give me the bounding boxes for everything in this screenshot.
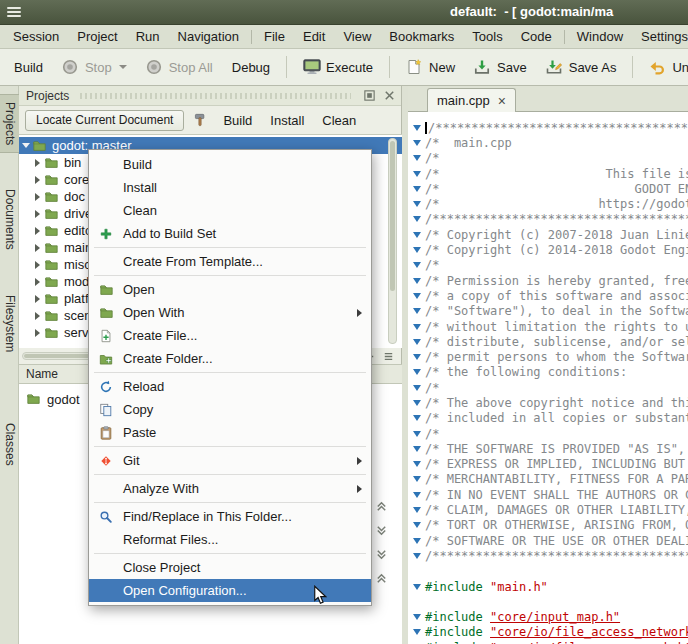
expander-icon[interactable] [31,210,44,218]
stop-all-button[interactable]: Stop All [140,55,219,79]
expander-icon[interactable] [31,159,44,167]
scrollbar-handle[interactable] [390,141,395,291]
build-button[interactable]: Build [8,56,49,79]
fold-marker-icon[interactable] [408,446,425,452]
sidebar-tab-classes[interactable]: Classes [0,416,19,473]
menu-item-copy[interactable]: Copy [89,398,371,421]
menu-item-build[interactable]: Build [89,153,371,176]
fold-marker-icon[interactable] [408,461,425,467]
fold-marker-icon[interactable] [408,522,425,528]
fold-marker-icon[interactable] [408,324,425,330]
menu-settings[interactable]: Settings [632,25,688,48]
fold-marker-icon[interactable] [408,415,425,421]
build-button[interactable]: Build [217,111,258,130]
fold-marker-icon[interactable] [408,339,425,345]
fold-marker-icon[interactable] [408,140,425,146]
menu-item-reformat-files[interactable]: Reformat Files... [89,528,371,551]
tab-close-icon[interactable]: × [498,95,506,107]
menu-item-create-folder[interactable]: Create Folder... [89,347,371,370]
menu-run[interactable]: Run [127,25,169,48]
fold-marker-icon[interactable] [408,232,425,238]
expander-icon[interactable] [31,261,44,269]
save-as-button[interactable]: Save As [540,55,623,79]
stop-button[interactable]: Stop [56,55,133,79]
sidebar-tab-projects[interactable]: Projects [0,94,19,153]
chevron-down-icon[interactable] [374,548,390,562]
clean-button[interactable]: Clean [316,111,362,130]
fold-marker-icon[interactable] [408,369,425,375]
fold-marker-icon[interactable] [408,125,425,131]
fold-marker-icon[interactable] [408,216,425,222]
fold-marker-icon[interactable] [408,308,425,314]
chevron-down-icon[interactable] [374,524,390,538]
fold-marker-icon[interactable] [408,584,425,590]
menu-tools[interactable]: Tools [463,25,511,48]
chevron-up-icon[interactable] [374,572,390,586]
app-menu-icon[interactable] [6,5,22,19]
fold-marker-icon[interactable] [408,400,425,406]
fold-marker-icon[interactable] [408,492,425,498]
menu-item-git[interactable]: Git [89,449,371,472]
menu-item-find-replace-in-this-folder[interactable]: Find/Replace in This Folder... [89,505,371,528]
fold-marker-icon[interactable] [408,431,425,437]
undo-button[interactable]: Undo [643,55,688,79]
tab-main-cpp[interactable]: main.cpp × [427,88,516,112]
fold-marker-icon[interactable] [408,171,425,177]
menu-view[interactable]: View [334,25,380,48]
fold-marker-icon[interactable] [408,507,425,513]
menu-item-open[interactable]: Open [89,278,371,301]
debug-button[interactable]: Debug [226,56,276,79]
execute-button[interactable]: Execute [297,55,379,79]
expander-icon[interactable] [31,312,44,320]
include-path[interactable]: "core/io/file_access_network.h" [490,625,688,639]
menu-navigation[interactable]: Navigation [169,25,248,48]
fold-marker-icon[interactable] [408,262,425,268]
menu-item-install[interactable]: Install [89,176,371,199]
expander-icon[interactable] [31,329,44,337]
expander-icon[interactable] [31,295,44,303]
menu-file[interactable]: File [255,25,294,48]
menu-item-add-to-build-set[interactable]: Add to Build Set [89,222,371,245]
menu-item-paste[interactable]: Paste [89,421,371,444]
menu-item-reload[interactable]: Reload [89,375,371,398]
sidebar-tab-documents[interactable]: Documents [0,182,19,257]
new-button[interactable]: New [400,55,461,79]
locate-current-document-button[interactable]: Locate Current Document [25,110,184,131]
tree-vertical-scrollbar[interactable] [388,138,397,344]
code-view[interactable]: /***************************************… [408,112,688,644]
sidebar-tab-filesystem[interactable]: Filesystem [0,288,19,359]
include-path[interactable]: "core/input_map.h" [490,610,620,624]
fold-marker-icon[interactable] [408,186,425,192]
list-icon[interactable] [381,349,396,363]
expander-icon[interactable] [31,176,44,184]
save-button[interactable]: Save [468,55,533,79]
menu-item-create-from-template[interactable]: Create From Template... [89,250,371,273]
chevron-up-icon[interactable] [374,500,390,514]
menu-item-open-with[interactable]: Open With [89,301,371,324]
expander-icon[interactable] [31,244,44,252]
panel-close-icon[interactable] [382,88,397,103]
menu-item-create-file[interactable]: Create File... [89,324,371,347]
menu-code[interactable]: Code [512,25,561,48]
fold-marker-icon[interactable] [408,247,425,253]
menu-item-close-project[interactable]: Close Project [89,556,371,579]
fold-marker-icon[interactable] [408,385,425,391]
fold-marker-icon[interactable] [408,155,425,161]
menu-bookmarks[interactable]: Bookmarks [380,25,463,48]
expander-icon[interactable] [31,278,44,286]
fold-marker-icon[interactable] [408,629,425,635]
fold-marker-icon[interactable] [408,476,425,482]
menu-item-analyze-with[interactable]: Analyze With [89,477,371,500]
float-panel-icon[interactable] [362,88,377,103]
expander-icon[interactable] [31,193,44,201]
menu-item-clean[interactable]: Clean [89,199,371,222]
fold-marker-icon[interactable] [408,293,425,299]
fold-marker-icon[interactable] [408,278,425,284]
menu-item-open-configuration[interactable]: Open Configuration... [89,579,371,602]
menu-session[interactable]: Session [4,25,68,48]
fold-marker-icon[interactable] [408,354,425,360]
menu-window[interactable]: Window [568,25,632,48]
fold-marker-icon[interactable] [408,553,425,559]
panel-drag-handle[interactable] [80,93,351,99]
fold-marker-icon[interactable] [408,538,425,544]
